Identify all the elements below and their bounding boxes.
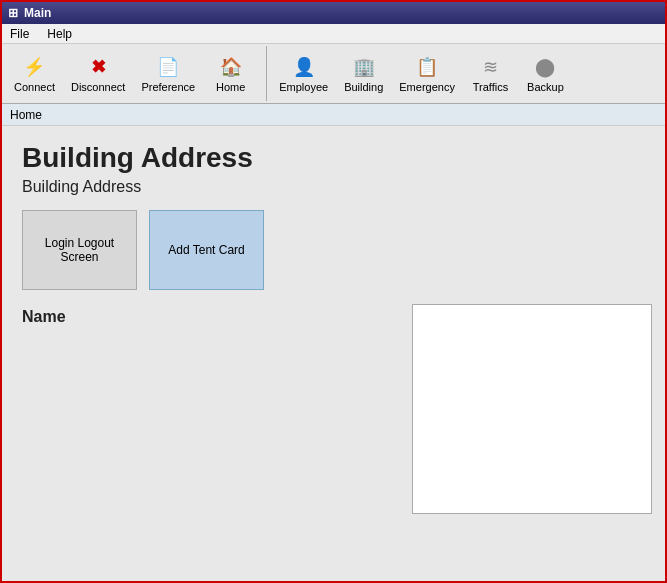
connect-icon: ⚡: [22, 55, 46, 79]
home-icon: 🏠: [219, 55, 243, 79]
login-logout-label: Login Logout Screen: [29, 236, 130, 264]
main-window: ⊞ Main File Help ⚡ Connect ✖ Disconnect …: [0, 0, 667, 583]
preference-icon: 📄: [156, 55, 180, 79]
emergency-icon: 📋: [415, 55, 439, 79]
menu-help[interactable]: Help: [43, 26, 76, 42]
preference-label: Preference: [141, 81, 195, 93]
employee-icon: 👤: [292, 55, 316, 79]
main-content: Building Address Building Address Login …: [2, 126, 665, 581]
login-logout-card[interactable]: Login Logout Screen: [22, 210, 137, 290]
title-bar-title: Main: [24, 6, 51, 20]
toolbar-left-group: ⚡ Connect ✖ Disconnect 📄 Preference 🏠 Ho…: [6, 46, 267, 101]
preview-box: [412, 304, 652, 514]
add-tent-label: Add Tent Card: [168, 243, 245, 257]
emergency-button[interactable]: 📋 Emergency: [391, 52, 463, 96]
home-button[interactable]: 🏠 Home: [203, 52, 258, 96]
backup-label: Backup: [527, 81, 564, 93]
building-label: Building: [344, 81, 383, 93]
backup-button[interactable]: ⬤ Backup: [518, 52, 573, 96]
menu-file[interactable]: File: [6, 26, 33, 42]
toolbar: ⚡ Connect ✖ Disconnect 📄 Preference 🏠 Ho…: [2, 44, 665, 104]
disconnect-button[interactable]: ✖ Disconnect: [63, 52, 133, 96]
traffics-label: Traffics: [473, 81, 508, 93]
disconnect-label: Disconnect: [71, 81, 125, 93]
breadcrumb: Home: [2, 104, 665, 126]
title-bar-icon: ⊞: [8, 6, 18, 20]
add-tent-card[interactable]: Add Tent Card: [149, 210, 264, 290]
employee-label: Employee: [279, 81, 328, 93]
menu-bar: File Help: [2, 24, 665, 44]
connect-label: Connect: [14, 81, 55, 93]
building-icon: 🏢: [352, 55, 376, 79]
toolbar-right-group: 👤 Employee 🏢 Building 📋 Emergency ≋ Traf…: [271, 46, 581, 101]
preference-button[interactable]: 📄 Preference: [133, 52, 203, 96]
page-subtitle: Building Address: [22, 178, 645, 196]
emergency-label: Emergency: [399, 81, 455, 93]
breadcrumb-text: Home: [10, 108, 42, 122]
backup-icon: ⬤: [533, 55, 557, 79]
home-label: Home: [216, 81, 245, 93]
page-title: Building Address: [22, 142, 645, 174]
connect-button[interactable]: ⚡ Connect: [6, 52, 63, 96]
building-button[interactable]: 🏢 Building: [336, 52, 391, 96]
employee-button[interactable]: 👤 Employee: [271, 52, 336, 96]
title-bar: ⊞ Main: [2, 2, 665, 24]
disconnect-icon: ✖: [86, 55, 110, 79]
traffics-icon: ≋: [478, 55, 502, 79]
traffics-button[interactable]: ≋ Traffics: [463, 52, 518, 96]
card-row: Login Logout Screen Add Tent Card: [22, 210, 645, 290]
